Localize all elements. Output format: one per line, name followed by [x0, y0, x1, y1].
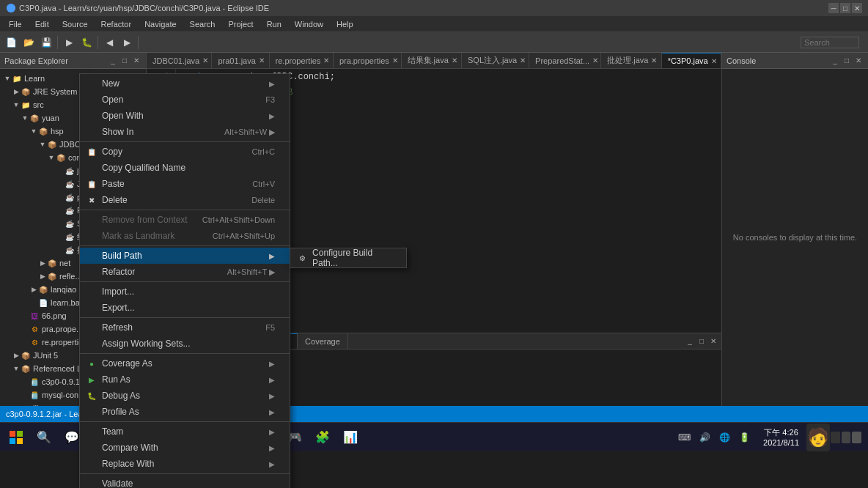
- ctx-copy-qualified[interactable]: Copy Qualified Name: [80, 160, 290, 176]
- panel-close-btn[interactable]: ✕: [131, 56, 141, 66]
- ctx-validate[interactable]: Validate: [80, 476, 290, 488]
- ctx-export[interactable]: Export...: [80, 300, 290, 316]
- panel-maximize-btn[interactable]: □: [119, 56, 130, 66]
- tray-icon-network[interactable]: 🌐: [716, 431, 733, 444]
- ctx-refresh[interactable]: Refresh F5: [80, 319, 290, 336]
- ctx-item-label: Open With: [102, 111, 144, 121]
- toolbar-save[interactable]: 💾: [38, 34, 54, 51]
- title-bar-left: C3P0.java - Learn/src/yuan/hsp/JDBC/conc…: [6, 3, 269, 13]
- tree-label: hsp: [51, 127, 64, 136]
- taskbar-btn-7[interactable]: 🧩: [309, 424, 336, 451]
- java-file-icon: ☕: [65, 232, 75, 242]
- tab-batch[interactable]: 批处理.java ✕: [601, 53, 661, 68]
- menu-source[interactable]: Source: [56, 16, 94, 32]
- toolbar-run[interactable]: ▶: [61, 34, 77, 51]
- ctx-coverage-as[interactable]: ● Coverage As ▶: [80, 355, 290, 371]
- tab-close-btn[interactable]: ✕: [711, 56, 717, 66]
- toolbar-forward[interactable]: ▶: [119, 34, 135, 51]
- taskbar-search-btn[interactable]: 🔍: [31, 424, 57, 451]
- ctx-replace-with[interactable]: Replace With ▶: [80, 456, 290, 472]
- toolbar-debug[interactable]: 🐛: [78, 34, 95, 51]
- tray-icon-battery[interactable]: 🔋: [736, 431, 753, 444]
- ctx-build-path[interactable]: Build Path ▶ ⚙ Configure Build Path...: [80, 248, 290, 264]
- submenu-arrow: ▶: [269, 408, 275, 416]
- maximize-button[interactable]: □: [840, 3, 850, 13]
- tab-c3p0[interactable]: *C3P0.java ✕: [662, 53, 721, 68]
- ctx-delete[interactable]: ✖ Delete Delete: [80, 192, 290, 208]
- ctx-compare-with[interactable]: Compare With ▶: [80, 440, 290, 456]
- expand-arrow: [29, 298, 38, 307]
- ctx-copy[interactable]: 📋 Copy Ctrl+C: [80, 144, 290, 160]
- tray-icon-1[interactable]: ⌨: [675, 431, 694, 444]
- ctx-item-label: Run As: [102, 374, 130, 385]
- tab-close-btn[interactable]: ✕: [259, 56, 265, 66]
- ctx-item-label: Open: [102, 95, 123, 105]
- tab-close-btn[interactable]: ✕: [651, 56, 657, 66]
- toolbar-back[interactable]: ◀: [101, 34, 117, 51]
- ctx-team[interactable]: Team ▶: [80, 424, 290, 440]
- tab-sql-inject[interactable]: SQL注入.java ✕: [462, 53, 529, 68]
- menu-refactor[interactable]: Refactor: [95, 16, 138, 32]
- ctx-import[interactable]: Import...: [80, 284, 290, 300]
- ctx-new[interactable]: New ▶: [80, 75, 290, 92]
- system-clock[interactable]: 下午 4:26 2021/8/11: [757, 427, 805, 447]
- right-panel: Console _ □ ✕ No consoles to display at …: [721, 53, 868, 406]
- tray-icon-2[interactable]: 🔊: [696, 431, 713, 444]
- ctx-debug-as[interactable]: 🐛 Debug As ▶: [80, 388, 290, 404]
- tab-close-btn[interactable]: ✕: [202, 56, 208, 66]
- tab-re-properties[interactable]: re.properties ✕: [270, 53, 334, 68]
- search-area: [801, 37, 865, 48]
- right-panel-maximize-btn[interactable]: □: [842, 56, 852, 66]
- tab-close-btn[interactable]: ✕: [452, 56, 457, 66]
- ctx-show-in[interactable]: Show In Alt+Shift+W ▶: [80, 124, 290, 140]
- bottom-panel-minimize-btn[interactable]: _: [685, 336, 695, 347]
- toolbar: 📄 📂 💾 ▶ 🐛 ◀ ▶: [0, 32, 868, 53]
- toolbar-new[interactable]: 📄: [3, 34, 19, 51]
- tab-close-btn[interactable]: ✕: [520, 56, 526, 66]
- menu-project[interactable]: Project: [222, 16, 259, 32]
- ctx-open[interactable]: Open F3: [80, 92, 290, 108]
- ctx-profile-as[interactable]: Profile As ▶: [80, 404, 290, 420]
- start-button[interactable]: [3, 424, 29, 451]
- menu-file[interactable]: File: [3, 16, 28, 32]
- tab-jdbc01[interactable]: JDBC01.java ✕: [147, 53, 212, 68]
- java-file-icon: ☕: [65, 245, 75, 255]
- ctx-open-with[interactable]: Open With ▶: [80, 108, 290, 124]
- ctx-refactor[interactable]: Refactor Alt+Shift+T ▶: [80, 264, 290, 280]
- minimize-button[interactable]: ─: [828, 3, 839, 13]
- menu-window[interactable]: Window: [289, 16, 329, 32]
- search-input[interactable]: [801, 37, 859, 48]
- menu-navigate[interactable]: Navigate: [139, 16, 182, 32]
- tab-pra01[interactable]: pra01.java ✕: [212, 53, 269, 68]
- tab-close-btn[interactable]: ✕: [323, 56, 329, 66]
- tab-close-btn[interactable]: ✕: [392, 56, 398, 66]
- tab-result-set[interactable]: 结果集.java ✕: [402, 53, 462, 68]
- right-panel-close-btn[interactable]: ✕: [853, 56, 864, 66]
- tab-prepared-stat[interactable]: PreparedStat... ✕: [529, 53, 601, 68]
- ctx-configure-build-path[interactable]: ⚙ Configure Build Path...: [290, 250, 406, 266]
- ctx-assign-working-sets[interactable]: Assign Working Sets...: [80, 336, 290, 352]
- window-title: C3P0.java - Learn/src/yuan/hsp/JDBC/conc…: [19, 4, 269, 12]
- menu-search[interactable]: Search: [184, 16, 221, 32]
- coverage-icon: ●: [86, 358, 98, 369]
- svg-rect-0: [10, 431, 15, 437]
- ctx-paste[interactable]: 📋 Paste Ctrl+V: [80, 176, 290, 192]
- right-panel-minimize-btn[interactable]: _: [830, 56, 840, 66]
- menu-help[interactable]: Help: [331, 16, 359, 32]
- close-button[interactable]: ✕: [852, 3, 862, 13]
- eclipse-icon: [6, 3, 16, 13]
- ctx-item-label: Validate: [102, 478, 133, 488]
- taskbar-btn-8[interactable]: 📊: [337, 424, 364, 451]
- menu-edit[interactable]: Edit: [29, 16, 55, 32]
- bottom-panel-maximize-btn[interactable]: □: [696, 336, 707, 347]
- toolbar-open[interactable]: 📂: [21, 34, 37, 51]
- ctx-run-as[interactable]: ▶ Run As ▶: [80, 371, 290, 388]
- panel-minimize-btn[interactable]: _: [108, 56, 118, 66]
- bottom-tab-coverage[interactable]: Coverage: [298, 333, 348, 349]
- bottom-panel-close-btn[interactable]: ✕: [708, 336, 718, 347]
- menu-run[interactable]: Run: [261, 16, 287, 32]
- tab-pra-properties[interactable]: pra.properties ✕: [334, 53, 402, 68]
- tab-close-btn[interactable]: ✕: [592, 56, 598, 66]
- library-icon: 📦: [21, 363, 31, 374]
- ctx-sep-4: [80, 281, 290, 282]
